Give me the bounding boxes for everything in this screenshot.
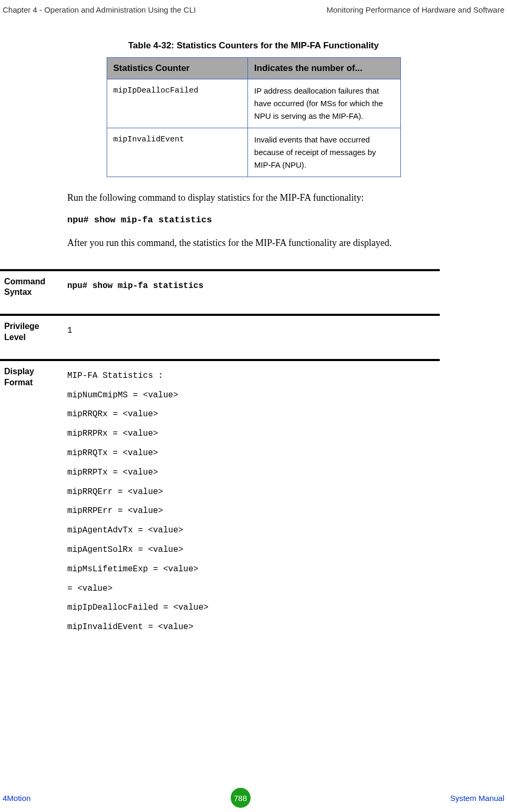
display-line: mipInvalidEvent = <value> xyxy=(67,618,209,637)
display-format-section: Display Format MIP-FA Statistics : mipNu… xyxy=(0,359,440,653)
table-row: mipInvalidEvent Invalid events that have… xyxy=(107,128,400,177)
table-row: mipIpDeallocFailed IP address deallocati… xyxy=(107,79,400,128)
counter-cell: mipIpDeallocFailed xyxy=(107,79,247,128)
display-line: mipAgentSolRx = <value> xyxy=(67,540,209,560)
counter-cell: mipInvalidEvent xyxy=(107,128,247,177)
description-cell: IP address deallocation failures that ha… xyxy=(247,79,400,128)
command-syntax-section: Command Syntax npu# show mip-fa statisti… xyxy=(0,269,440,314)
display-line: MIP-FA Statistics : xyxy=(67,366,209,386)
body-paragraph: After you run this command, the statisti… xyxy=(67,235,440,251)
command-text: npu# show mip-fa statistics xyxy=(67,215,440,225)
footer-right: System Manual xyxy=(450,794,504,803)
main-content: Table 4-32: Statistics Counters for the … xyxy=(0,40,507,653)
section-label: Command Syntax xyxy=(0,276,67,299)
header-right: Monitoring Performance of Hardware and S… xyxy=(327,5,505,14)
footer-left: 4Motion xyxy=(3,794,30,803)
display-line: mipNumCmipMS = <value> xyxy=(67,386,209,405)
privilege-level-section: Privilege Level 1 xyxy=(0,314,440,359)
display-line: mipIpDeallocFailed = <value> xyxy=(67,598,209,618)
page-header: Chapter 4 - Operation and Administration… xyxy=(0,5,507,14)
section-value: npu# show mip-fa statistics xyxy=(67,276,203,299)
table-header-counter: Statistics Counter xyxy=(107,58,247,79)
display-line: mipRRPTx = <value> xyxy=(67,463,209,482)
sections-block: Command Syntax npu# show mip-fa statisti… xyxy=(0,269,440,653)
stats-counter-table: Statistics Counter Indicates the number … xyxy=(107,57,401,177)
display-line: mipRRQErr = <value> xyxy=(67,482,209,502)
body-paragraph: Run the following command to display sta… xyxy=(67,190,440,205)
header-left: Chapter 4 - Operation and Administration… xyxy=(3,5,196,14)
description-cell: Invalid events that have occurred becaus… xyxy=(247,128,400,177)
table-header-row: Statistics Counter Indicates the number … xyxy=(107,58,400,79)
display-line: mipRRQRx = <value> xyxy=(67,405,209,424)
display-line: mipRRPRx = <value> xyxy=(67,424,209,444)
table-caption: Table 4-32: Statistics Counters for the … xyxy=(67,40,440,51)
page-number: 788 xyxy=(231,788,251,808)
table-header-description: Indicates the number of... xyxy=(247,58,400,79)
section-value: 1 xyxy=(67,321,73,343)
section-label: Display Format xyxy=(0,366,67,637)
display-line: mipRRPErr = <value> xyxy=(67,501,209,521)
page-footer: 4Motion 788 System Manual xyxy=(0,788,507,808)
section-label: Privilege Level xyxy=(0,321,67,343)
display-line: = <value> xyxy=(67,579,209,599)
display-line: mipRRQTx = <value> xyxy=(67,444,209,463)
display-line: mipAgentAdvTx = <value> xyxy=(67,521,209,540)
display-line: mipMsLifetimeExp = <value> xyxy=(67,560,209,579)
section-value: MIP-FA Statistics : mipNumCmipMS = <valu… xyxy=(67,366,209,637)
